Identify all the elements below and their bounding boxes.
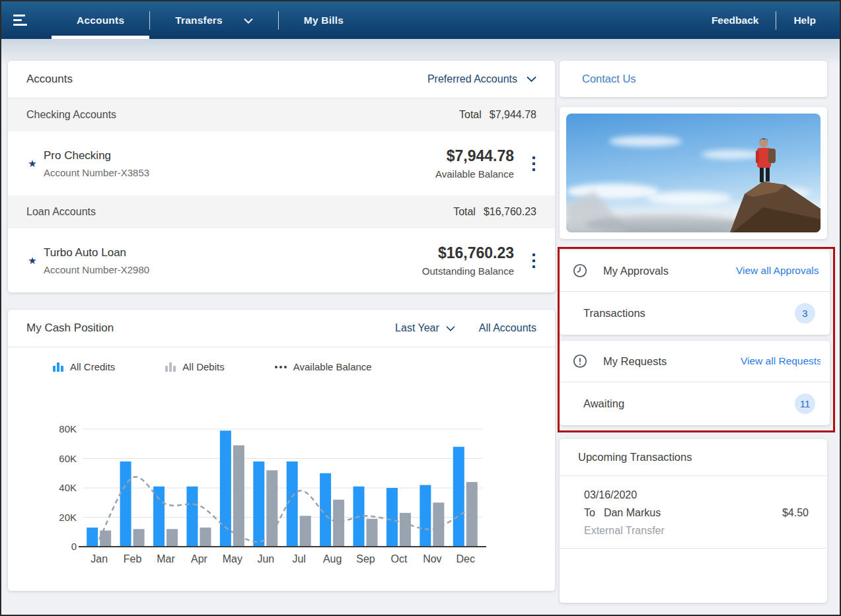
legend-all-credits[interactable]: All Credits bbox=[53, 361, 115, 372]
preferred-accounts-dropdown[interactable]: Preferred Accounts bbox=[427, 73, 536, 85]
nav-right: Feedback Help bbox=[694, 1, 833, 39]
accounts-title: Accounts bbox=[26, 73, 73, 86]
transactions-label: Transactions bbox=[583, 307, 645, 320]
accounts-card: Accounts Preferred Accounts Checking Acc… bbox=[8, 61, 555, 292]
upcoming-transactions-card: Upcoming Transactions 03/16/2020 To Dan … bbox=[560, 439, 827, 603]
balance-label: Available Balance bbox=[435, 168, 514, 180]
svg-text:Feb: Feb bbox=[124, 553, 142, 565]
my-approvals-header: My Approvals View all Approvals bbox=[560, 250, 830, 292]
transaction-date: 03/16/2020 bbox=[584, 489, 809, 501]
my-approvals-card: My Approvals View all Approvals Transact… bbox=[560, 250, 830, 335]
feedback-link[interactable]: Feedback bbox=[694, 1, 776, 39]
chart-legend: All Credits All Debits Available Balance bbox=[53, 361, 555, 372]
preferred-accounts-label: Preferred Accounts bbox=[427, 73, 517, 85]
transactions-count-badge: 3 bbox=[795, 303, 815, 324]
legend-label: All Debits bbox=[182, 361, 224, 372]
transaction-type: External Transfer bbox=[584, 525, 809, 537]
chevron-down-icon bbox=[527, 73, 536, 85]
svg-text:60K: 60K bbox=[59, 453, 77, 464]
account-name: Turbo Auto Loan bbox=[44, 246, 149, 259]
upcoming-transaction-row: 03/16/2020 To Dan Markus $4.50 External … bbox=[560, 476, 827, 549]
view-all-approvals-link[interactable]: View all Approvals bbox=[736, 265, 821, 277]
legend-label: Available Balance bbox=[293, 361, 372, 372]
upcoming-transactions-header: Upcoming Transactions bbox=[560, 439, 827, 476]
section-name: Loan Accounts bbox=[26, 206, 96, 218]
star-icon[interactable]: ★ bbox=[21, 255, 44, 267]
approvals-transactions-row[interactable]: Transactions 3 bbox=[560, 292, 830, 335]
requests-awaiting-row[interactable]: Awaiting 11 bbox=[560, 382, 830, 425]
clock-icon bbox=[573, 263, 587, 278]
tab-accounts-label: Accounts bbox=[77, 15, 124, 26]
credits-bars-icon bbox=[53, 362, 63, 372]
payee-name: Dan Markus bbox=[604, 507, 661, 519]
loan-accounts-section: Loan Accounts Total $16,760.23 bbox=[8, 195, 555, 228]
chevron-down-icon bbox=[244, 15, 253, 26]
help-link[interactable]: Help bbox=[776, 1, 833, 39]
top-nav: Accounts Transfers My Bills Feedback Hel… bbox=[1, 1, 840, 39]
svg-text:Jul: Jul bbox=[292, 553, 305, 565]
total-label: Total bbox=[459, 109, 482, 121]
star-icon[interactable]: ★ bbox=[21, 158, 44, 170]
svg-text:Mar: Mar bbox=[157, 553, 175, 565]
nav-tabs: Accounts Transfers My Bills bbox=[52, 1, 369, 39]
my-requests-header: My Requests View all Requests bbox=[560, 341, 830, 382]
debits-bars-icon bbox=[165, 362, 176, 372]
legend-available-balance[interactable]: Available Balance bbox=[275, 361, 372, 372]
svg-text:Jan: Jan bbox=[91, 553, 108, 565]
alert-circle-icon bbox=[573, 354, 587, 368]
my-approvals-title: My Approvals bbox=[603, 265, 669, 277]
svg-text:Oct: Oct bbox=[391, 553, 408, 565]
account-name: Pro Checking bbox=[44, 149, 149, 162]
svg-text:Jun: Jun bbox=[257, 553, 274, 565]
cash-position-header: My Cash Position Last Year All Accounts bbox=[8, 310, 555, 347]
svg-text:Apr: Apr bbox=[191, 553, 208, 565]
section-total: Total $16,760.23 bbox=[453, 206, 536, 218]
kebab-menu-icon[interactable] bbox=[530, 251, 538, 271]
period-dropdown[interactable]: Last Year bbox=[395, 322, 455, 334]
balance-dots-icon bbox=[275, 366, 287, 368]
banking-dashboard: Accounts Transfers My Bills Feedback Hel… bbox=[0, 0, 841, 616]
svg-text:20K: 20K bbox=[59, 512, 77, 523]
tab-transfers-label: Transfers bbox=[175, 15, 223, 26]
cash-position-title: My Cash Position bbox=[26, 322, 114, 335]
cash-position-chart: 80K60K40K20K0JanFebMarAprMayJunJulAugSep… bbox=[20, 419, 555, 586]
legend-label: All Credits bbox=[70, 361, 115, 372]
hero-image bbox=[566, 114, 821, 232]
svg-text:Aug: Aug bbox=[323, 553, 342, 565]
balance-label: Outstanding Balance bbox=[422, 265, 514, 277]
balance-amount: $7,944.78 bbox=[447, 147, 514, 165]
contact-us-card: Contact Us bbox=[560, 61, 827, 97]
svg-text:Dec: Dec bbox=[457, 553, 475, 565]
legend-all-debits[interactable]: All Debits bbox=[165, 361, 224, 372]
total-amount: $7,944.78 bbox=[490, 109, 536, 121]
view-all-requests-link[interactable]: View all Requests bbox=[741, 355, 821, 367]
svg-text:May: May bbox=[223, 553, 242, 565]
accounts-card-header: Accounts Preferred Accounts bbox=[8, 61, 555, 98]
contact-us-link[interactable]: Contact Us bbox=[582, 73, 636, 85]
awaiting-count-badge: 11 bbox=[795, 394, 815, 414]
section-total: Total $7,944.78 bbox=[459, 109, 536, 121]
to-label: To bbox=[584, 507, 595, 519]
account-number: Account Number-X2980 bbox=[44, 264, 149, 275]
kebab-menu-icon[interactable] bbox=[530, 154, 538, 174]
checking-accounts-section: Checking Accounts Total $7,944.78 bbox=[8, 98, 555, 131]
hero-image-card bbox=[560, 107, 827, 239]
tab-my-bills-label: My Bills bbox=[304, 15, 344, 26]
period-label: Last Year bbox=[395, 322, 439, 334]
account-row-turbo-auto-loan[interactable]: ★ Turbo Auto Loan Account Number-X2980 $… bbox=[8, 228, 555, 292]
total-label: Total bbox=[453, 206, 476, 218]
hamburger-menu-icon[interactable] bbox=[13, 15, 33, 26]
awaiting-label: Awaiting bbox=[583, 397, 624, 410]
cash-position-card: My Cash Position Last Year All Accounts … bbox=[8, 310, 555, 591]
tab-accounts[interactable]: Accounts bbox=[52, 1, 149, 39]
chevron-down-icon bbox=[446, 322, 455, 334]
section-name: Checking Accounts bbox=[26, 109, 116, 121]
tab-transfers[interactable]: Transfers bbox=[150, 1, 278, 39]
svg-text:40K: 40K bbox=[59, 482, 77, 493]
svg-text:Nov: Nov bbox=[423, 553, 441, 565]
account-row-pro-checking[interactable]: ★ Pro Checking Account Number-X3853 $7,9… bbox=[8, 131, 555, 195]
svg-text:Sep: Sep bbox=[356, 553, 375, 565]
tab-my-bills[interactable]: My Bills bbox=[279, 1, 369, 39]
all-accounts-link[interactable]: All Accounts bbox=[479, 322, 536, 334]
account-balance: $16,760.23 Outstanding Balance bbox=[422, 244, 514, 277]
